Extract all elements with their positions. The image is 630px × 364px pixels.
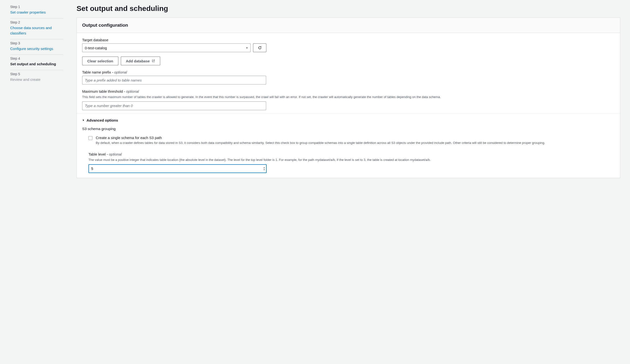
single-schema-hint: By default, when a crawler defines table… — [96, 141, 615, 145]
step-2[interactable]: Step 2 Choose data sources and classifie… — [10, 18, 63, 39]
step-label: Step 1 — [10, 5, 63, 9]
main-content: Set output and scheduling Output configu… — [76, 0, 630, 178]
advanced-options-toggle[interactable]: ▼ Advanced options — [82, 118, 615, 122]
max-threshold-hint: This field sets the maximum number of ta… — [82, 95, 615, 100]
wizard-steps-sidebar: Step 1 Set crawler properties Step 2 Cho… — [0, 0, 76, 178]
add-database-button[interactable]: Add database — [121, 56, 160, 65]
max-threshold-field: Maximum table threshold - optional This … — [82, 89, 615, 110]
target-database-label: Target database — [82, 38, 615, 42]
table-level-input[interactable] — [88, 164, 267, 173]
step-label: Step 5 — [10, 72, 63, 76]
page-title: Set output and scheduling — [76, 4, 620, 13]
step-title: Review and create — [10, 77, 63, 82]
clear-selection-button[interactable]: Clear selection — [82, 56, 118, 65]
step-4-current: Step 4 Set output and scheduling — [10, 55, 63, 70]
target-database-field: Target database 0-test-catalog ▼ — [82, 38, 615, 65]
single-schema-checkbox-row: Create a single schema for each S3 path … — [82, 136, 615, 147]
step-1[interactable]: Step 1 Set crawler properties — [10, 5, 63, 18]
panel-header: Output configuration — [77, 18, 620, 33]
step-5: Step 5 Review and create — [10, 70, 63, 85]
single-schema-label: Create a single schema for each S3 path — [96, 136, 615, 140]
refresh-icon — [258, 46, 262, 50]
table-prefix-label: Table name prefix - optional — [82, 70, 615, 74]
output-configuration-panel: Output configuration Target database 0-t… — [76, 17, 620, 178]
table-prefix-field: Table name prefix - optional — [82, 70, 615, 84]
s3-schema-grouping-heading: S3 schema grouping — [82, 127, 615, 131]
advanced-options-title: Advanced options — [86, 118, 118, 122]
external-link-icon — [152, 59, 155, 63]
step-label: Step 4 — [10, 56, 63, 60]
target-database-value: 0-test-catalog — [85, 46, 107, 50]
step-title[interactable]: Choose data sources and classifiers — [10, 25, 63, 36]
step-3[interactable]: Step 3 Configure security settings — [10, 39, 63, 55]
max-threshold-label: Maximum table threshold - optional — [82, 89, 615, 93]
panel-title: Output configuration — [82, 22, 615, 28]
panel-body: Target database 0-test-catalog ▼ — [77, 33, 620, 178]
target-database-select[interactable]: 0-test-catalog ▼ — [82, 43, 250, 52]
single-schema-checkbox[interactable] — [88, 136, 92, 140]
caret-down-icon: ▼ — [82, 119, 84, 122]
table-level-field: Table level - optional The value must be… — [82, 152, 615, 173]
refresh-button[interactable] — [253, 43, 266, 52]
step-title[interactable]: Set crawler properties — [10, 10, 63, 15]
step-title[interactable]: Configure security settings — [10, 46, 63, 52]
divider — [77, 113, 620, 113]
step-title: Set output and scheduling — [10, 61, 63, 67]
table-level-label: Table level - optional — [88, 152, 615, 156]
table-level-hint: The value must be a positive integer tha… — [88, 158, 615, 162]
max-threshold-input[interactable] — [82, 101, 266, 110]
step-label: Step 3 — [10, 41, 63, 45]
step-label: Step 2 — [10, 20, 63, 24]
table-prefix-input[interactable] — [82, 76, 266, 84]
